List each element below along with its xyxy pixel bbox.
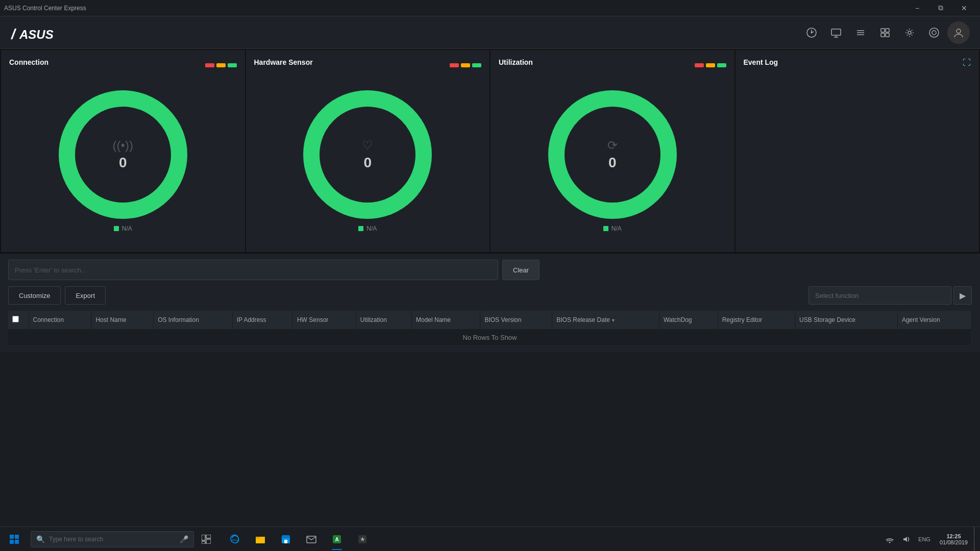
svg-rect-28: [206, 539, 211, 544]
taskbar-asus-app1[interactable]: A: [325, 527, 349, 551]
volume-tray-icon[interactable]: [899, 527, 913, 551]
th-checkbox: [8, 311, 29, 330]
asus-app2-icon: ★: [357, 534, 368, 544]
lang-tray[interactable]: ENG: [915, 527, 934, 551]
dashboard-panels: Connection ((•)) 0: [0, 49, 980, 253]
gear-nav-button[interactable]: [898, 21, 921, 44]
expand-icon[interactable]: ⛶: [963, 58, 971, 67]
taskbar-mail[interactable]: [299, 527, 324, 551]
toolbar-left: Customize Export: [8, 286, 106, 305]
utilization-donut-center: ⟳ 0: [607, 138, 618, 171]
run-icon: ▶: [960, 291, 966, 300]
svg-rect-27: [206, 535, 211, 538]
indicator-red: [450, 63, 459, 67]
close-button[interactable]: ✕: [952, 0, 976, 16]
taskbar-task-view[interactable]: [194, 527, 218, 551]
hw-sensor-legend-dot: [358, 226, 363, 231]
no-rows-row: No Rows To Show: [8, 330, 972, 346]
support-nav-button[interactable]: [923, 21, 945, 44]
svg-rect-26: [202, 535, 205, 540]
monitor-nav-button[interactable]: [825, 21, 847, 44]
svg-rect-29: [202, 541, 205, 544]
indicator-yellow: [461, 63, 470, 67]
th-ip-address: IP Address: [232, 311, 292, 330]
start-button[interactable]: [0, 527, 29, 551]
data-table: Connection Host Name OS Information IP A…: [8, 311, 972, 346]
utilization-legend-dot: [603, 226, 608, 231]
utilization-donut-value: 0: [607, 155, 618, 171]
taskbar-search-text: Type here to search: [49, 536, 103, 543]
settings-icon: [879, 27, 891, 38]
utilization-panel-title: Utilization: [499, 58, 533, 66]
th-agent-version: Agent Version: [897, 311, 971, 330]
sort-arrow: ▼: [611, 318, 616, 323]
svg-point-39: [889, 541, 891, 543]
hw-sensor-panel-header: Hardware Sensor: [254, 58, 482, 72]
taskbar-clock[interactable]: 12:25 01/08/2019: [936, 527, 972, 551]
taskbar-search[interactable]: 🔍 Type here to search 🎤: [31, 531, 194, 547]
language-label: ENG: [918, 536, 930, 542]
svg-text:A: A: [335, 537, 338, 542]
hw-sensor-donut-wrapper: ♡ 0: [301, 88, 434, 221]
title-bar: ASUS Control Center Express − ⧉ ✕: [0, 0, 980, 16]
indicator-green: [717, 63, 726, 67]
hardware-sensor-panel: Hardware Sensor ♡ 0: [246, 50, 490, 252]
connection-indicators: [205, 63, 237, 67]
utilization-indicators: [695, 63, 726, 67]
export-button[interactable]: Export: [65, 286, 106, 305]
minimize-button[interactable]: −: [905, 0, 929, 16]
select-all-checkbox[interactable]: [12, 316, 19, 322]
user-icon: [953, 27, 964, 38]
th-usb-storage-device: USB Storage Device: [795, 311, 897, 330]
taskbar-asus-app2[interactable]: ★: [350, 527, 375, 551]
svg-point-13: [929, 28, 939, 37]
logo: / ASUS: [10, 22, 71, 43]
clear-button[interactable]: Clear: [502, 260, 540, 280]
connection-donut-center: ((•)) 0: [113, 138, 133, 171]
taskbar: 🔍 Type here to search 🎤: [0, 527, 980, 551]
title-bar-left: ASUS Control Center Express: [4, 5, 86, 12]
list-nav-button[interactable]: [849, 21, 872, 44]
connection-donut-value: 0: [113, 155, 133, 171]
th-os-information: OS Information: [154, 311, 232, 330]
search-input[interactable]: [8, 260, 498, 280]
event-log-panel-header: Event Log ⛶: [744, 58, 971, 72]
svg-point-15: [957, 29, 961, 33]
utilization-legend-label: N/A: [611, 225, 622, 232]
utilization-donut-wrapper: ⟳ 0: [546, 88, 679, 221]
user-nav-button[interactable]: [947, 21, 970, 44]
edge-icon: [230, 534, 240, 544]
network-tray-icon[interactable]: [883, 527, 897, 551]
svg-rect-22: [10, 535, 14, 539]
logo-svg: / ASUS: [10, 22, 71, 43]
show-desktop-button[interactable]: [974, 527, 978, 551]
dashboard-nav-button[interactable]: [800, 21, 823, 44]
utilization-panel: Utilization ⟳ 0: [491, 50, 734, 252]
svg-text:★: ★: [360, 536, 365, 543]
hw-sensor-donut-value: 0: [362, 155, 373, 171]
connection-panel-header: Connection: [9, 58, 237, 72]
th-connection: Connection: [29, 311, 91, 330]
taskbar-mic-icon: 🎤: [180, 535, 188, 543]
svg-rect-33: [284, 540, 287, 543]
header-icons: [800, 21, 970, 44]
gear-icon: [904, 27, 915, 38]
connection-legend-label: N/A: [122, 225, 132, 232]
select-function-dropdown[interactable]: Select function: [808, 286, 951, 305]
taskbar-store[interactable]: [274, 527, 298, 551]
hw-sensor-indicators: [450, 63, 481, 67]
main-content: Connection ((•)) 0: [0, 49, 980, 527]
no-rows-cell: No Rows To Show: [8, 330, 972, 346]
run-function-button[interactable]: ▶: [953, 286, 972, 305]
support-icon: [928, 27, 940, 38]
th-host-name: Host Name: [91, 311, 154, 330]
taskbar-edge[interactable]: [223, 527, 247, 551]
taskbar-file-explorer[interactable]: [248, 527, 273, 551]
svg-rect-10: [881, 33, 885, 37]
app-title: ASUS Control Center Express: [4, 5, 86, 12]
th-bios-version: BIOS Version: [480, 311, 552, 330]
restore-button[interactable]: ⧉: [929, 0, 952, 16]
settings-nav-button[interactable]: [874, 21, 896, 44]
svg-rect-9: [886, 29, 889, 32]
customize-button[interactable]: Customize: [8, 286, 61, 305]
